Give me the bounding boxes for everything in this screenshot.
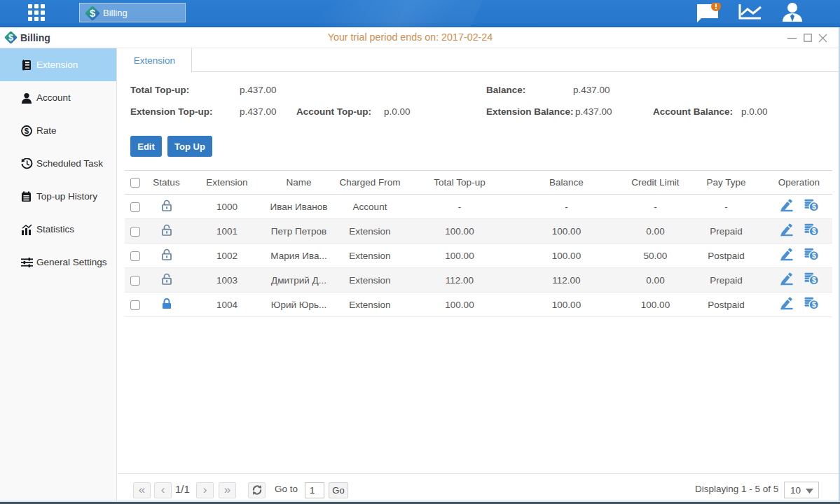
svg-text:$: $ [811, 276, 815, 284]
svg-text:$: $ [811, 227, 815, 235]
svg-text:$: $ [811, 202, 815, 211]
svg-text:$: $ [90, 8, 95, 19]
svg-text:$: $ [811, 251, 815, 260]
svg-text:$: $ [811, 300, 815, 309]
svg-text:$: $ [25, 127, 29, 135]
